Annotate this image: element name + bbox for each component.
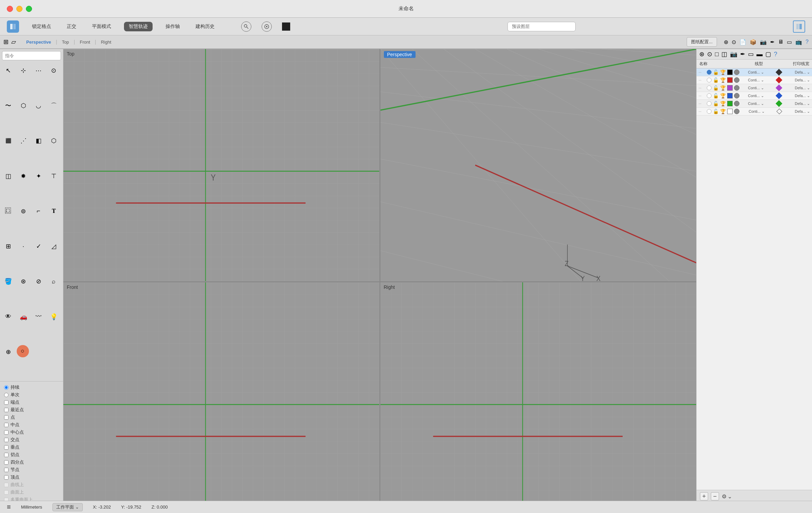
snap-onsurface[interactable]: 曲面上 <box>4 489 59 495</box>
monitor-icon[interactable]: 🖥 <box>778 39 783 45</box>
question-icon[interactable]: ? <box>806 39 809 45</box>
snap-center[interactable]: 中心点 <box>4 429 59 435</box>
tool-grid[interactable]: ⊞ <box>1 239 15 253</box>
tab-top[interactable]: Top <box>57 37 74 47</box>
map-config-button[interactable]: 图纸配置... <box>687 37 717 47</box>
snap-midpoint[interactable]: 中点 <box>4 422 59 428</box>
layer-color-green[interactable] <box>727 101 733 106</box>
tool-polygon[interactable]: ⬡ <box>17 99 30 112</box>
tool-check[interactable]: ✓ <box>32 239 45 253</box>
right-panel-toggle[interactable] <box>793 20 805 33</box>
doc-panel-icon[interactable]: □ <box>715 51 719 58</box>
tool-more[interactable]: ○ <box>17 345 29 357</box>
layer-color-purple[interactable] <box>727 85 733 91</box>
layer-linecolor[interactable] <box>734 101 739 106</box>
view-tab-rect-icon[interactable]: ▱ <box>11 38 16 46</box>
snap-oncurve[interactable]: 曲线上 <box>4 482 59 488</box>
tool-arc[interactable]: ◡ <box>32 99 45 112</box>
hamburger-menu[interactable]: ≡ <box>7 503 11 511</box>
maximize-button[interactable] <box>26 6 32 12</box>
layer-radio[interactable] <box>707 93 712 98</box>
rect-panel-icon[interactable]: ▬ <box>756 51 763 58</box>
snap-perpendicular[interactable]: 垂点 <box>4 444 59 450</box>
tool-surface[interactable]: ◫ <box>1 169 15 183</box>
color-swatch[interactable] <box>282 22 290 31</box>
tool-eye[interactable]: 👁 <box>1 310 15 324</box>
add-layer-button[interactable]: + <box>700 492 708 500</box>
viewport-perspective[interactable]: Z Y X Perspective <box>380 49 697 281</box>
doc-icon[interactable]: 📄 <box>739 39 746 45</box>
layer-row[interactable]: ··· 🔓 🏆 Conti... ⌄ Defa... ⌄ <box>697 76 812 84</box>
tool-box[interactable]: ⬛ <box>1 134 15 147</box>
display-panel-icon[interactable]: ▢ <box>765 50 771 58</box>
layer-linecolor[interactable] <box>734 69 739 75</box>
monitor-panel-icon[interactable]: ▭ <box>748 50 754 58</box>
tool-explode[interactable]: ✸ <box>17 169 30 183</box>
minimize-button[interactable] <box>16 6 22 12</box>
tool-construct[interactable]: ⊤ <box>47 169 61 183</box>
layer-linecolor[interactable] <box>734 77 739 83</box>
tool-search[interactable]: ⌕ <box>47 275 61 288</box>
plane-mode-button[interactable]: 平面模式 <box>89 22 114 31</box>
layer-color-black[interactable] <box>727 69 733 75</box>
command-input[interactable] <box>2 51 61 60</box>
tool-fillet[interactable]: ⌐ <box>32 204 45 218</box>
camera-panel-icon[interactable]: 📷 <box>730 50 737 58</box>
tool-bezier[interactable]: ⌒ <box>47 99 61 112</box>
pen-icon[interactable]: ✒ <box>770 39 775 45</box>
tool-light[interactable]: 💡 <box>47 310 61 324</box>
build-history-button[interactable]: 建构历史 <box>193 22 217 31</box>
sidebar-toggle-icon[interactable] <box>7 20 19 33</box>
snap-intersect[interactable]: 交点 <box>4 437 59 443</box>
layer-color-blue[interactable] <box>727 93 733 98</box>
tool-snap2[interactable]: ⊘ <box>32 275 45 288</box>
display-icon[interactable]: 📺 <box>795 39 802 45</box>
viewport-top[interactable]: Y X Top <box>63 49 379 281</box>
tool-3d-curve[interactable]: ⋰ <box>17 134 30 147</box>
key-icon[interactable] <box>241 21 251 32</box>
tool-angle[interactable]: ◿ <box>47 239 61 253</box>
view-tab-grid-icon[interactable]: ⊞ <box>3 38 9 46</box>
layer-radio-active[interactable] <box>707 70 712 75</box>
layer-row[interactable]: ··· 🔓 🏆 Conti... ⌄ Defa... ⌄ <box>697 68 812 76</box>
rect-icon[interactable]: ▭ <box>787 39 792 45</box>
lock-grid-button[interactable]: 锁定格点 <box>29 22 54 31</box>
tool-star[interactable]: ✦ <box>32 169 45 183</box>
tool-zoom[interactable]: ⊕ <box>1 345 15 359</box>
layer-color-red[interactable] <box>727 77 733 83</box>
tool-snap1[interactable]: ⊛ <box>17 275 30 288</box>
circle-panel-icon[interactable]: ⊙ <box>707 50 712 58</box>
ortho-button[interactable]: 正交 <box>64 22 79 31</box>
layer-radio[interactable] <box>707 78 712 82</box>
layer-radio[interactable] <box>707 101 712 106</box>
layer-linecolor[interactable] <box>734 85 739 91</box>
tool-point[interactable]: ⊹ <box>17 64 30 77</box>
tab-perspective[interactable]: Perspective <box>21 37 56 47</box>
close-button[interactable] <box>7 6 13 12</box>
circle-icon[interactable]: ⊙ <box>732 39 736 45</box>
viewport-right[interactable]: Z Y Right <box>380 282 697 513</box>
tool-text[interactable]: 𝐓 <box>47 204 61 218</box>
tool-wavy[interactable]: 〰 <box>32 310 45 324</box>
pen-panel-icon[interactable]: ✒ <box>740 50 745 58</box>
layer-row[interactable]: ··· 🔓 🏆 Conti... ⌄ Defa... ⌄ <box>697 92 812 100</box>
layers-icon[interactable]: ⊛ <box>724 39 728 45</box>
layers-panel-icon[interactable]: ⊛ <box>699 50 704 58</box>
snap-point[interactable]: 点 <box>4 414 59 420</box>
tab-front[interactable]: Front <box>75 37 95 47</box>
record-icon[interactable] <box>262 21 272 32</box>
layer-radio[interactable] <box>707 86 712 90</box>
tool-car[interactable]: 🚗 <box>17 310 30 324</box>
layer-color-white[interactable] <box>727 109 733 114</box>
layer-row[interactable]: ··· 🔓 🏆 Conti... ⌄ Defa... ⌄ <box>697 100 812 108</box>
viewport-front[interactable]: Z X Front <box>63 282 379 513</box>
tool-mesh[interactable]: ⿴ <box>1 204 15 218</box>
tab-right[interactable]: Right <box>96 37 116 47</box>
snap-endpoint[interactable]: 端点 <box>4 399 59 405</box>
tool-cube[interactable]: ◧ <box>32 134 45 147</box>
layer-row[interactable]: ··· 🔓 🏆 Conti... ⌄ Defa... ⌄ <box>697 108 812 115</box>
snap-knot[interactable]: 节点 <box>4 467 59 473</box>
snap-quadrant[interactable]: 四分点 <box>4 459 59 465</box>
box-panel-icon[interactable]: ◫ <box>721 50 727 58</box>
snap-vertex[interactable]: 顶点 <box>4 474 59 480</box>
